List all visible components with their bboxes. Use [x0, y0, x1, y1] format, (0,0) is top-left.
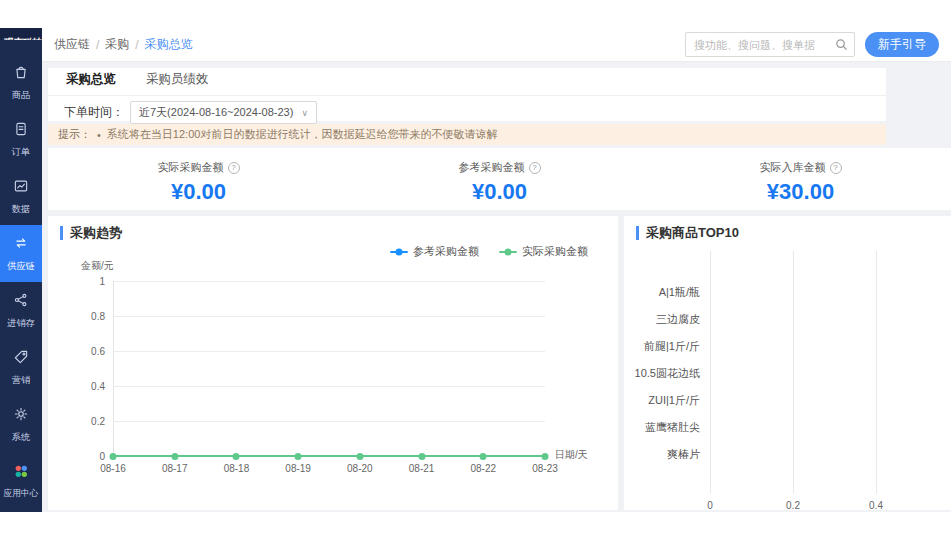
notice-text: 系统将在当日12:00对前日的数据进行统计，因数据延迟给您带来的不便敬请谅解 — [107, 127, 498, 142]
y-tick-label: 0 — [99, 451, 105, 462]
trend-plot-area: 00.20.40.60.81金额/元日期/天08-1608-1708-1808-… — [113, 281, 545, 456]
y-axis-line — [113, 281, 114, 456]
sidebar-item-inventory[interactable]: 进销存 — [0, 282, 42, 339]
x-tick-label: 0.2 — [786, 500, 800, 510]
category-label: 爽椿片 — [624, 447, 700, 462]
tabs-panel: 采购总览 采购员绩效 下单时间： 近7天(2024-08-16~2024-08-… — [48, 68, 886, 121]
metric-value: ¥0.00 — [349, 179, 650, 205]
legend-label: 实际采购金额 — [522, 244, 588, 259]
sidebar-item-label: 订单 — [12, 146, 30, 159]
category-label: A|1瓶/瓶 — [624, 285, 700, 300]
chart-title: 采购趋势 — [60, 226, 122, 240]
purchase-trend-card: 采购趋势 参考采购金额实际采购金额 00.20.40.60.81金额/元日期/天… — [48, 216, 618, 510]
sidebar: 观麦科技 商品 订单 数据 供应链 进销存 — [0, 28, 42, 512]
sidebar-item-label: 数据 — [12, 203, 30, 216]
breadcrumb-current: 采购总览 — [145, 36, 193, 53]
y-tick-label: 1 — [99, 276, 105, 287]
help-icon[interactable]: ? — [228, 162, 240, 174]
x-tick-label: 0.4 — [869, 500, 883, 510]
category-label: 10.5圆花边纸 — [624, 366, 700, 381]
legend-marker — [499, 251, 517, 253]
sidebar-item-app-center[interactable]: 应用中心 — [0, 453, 42, 512]
top10-products-card: 采购商品TOP10 00.20.4A|1瓶/瓶三边腐皮前腿|1斤/斤10.5圆花… — [624, 216, 951, 510]
breadcrumb-separator: / — [135, 38, 138, 52]
notice-bar: 提示： • 系统将在当日12:00对前日的数据进行统计，因数据延迟给您带来的不便… — [48, 124, 886, 145]
search-input[interactable] — [685, 32, 855, 57]
sidebar-item-goods[interactable]: 商品 — [0, 54, 42, 111]
app-center-icon — [13, 463, 29, 483]
order-time-label: 下单时间： — [64, 104, 124, 121]
legend-dot — [505, 248, 512, 255]
gridline — [793, 251, 794, 494]
tab-purchaser-performance[interactable]: 采购员绩效 — [144, 71, 211, 95]
gridline — [113, 281, 545, 282]
metric-actual-inbound: 实际入库金额 ? ¥30.00 — [650, 148, 951, 210]
gridline — [113, 351, 545, 352]
legend-item[interactable]: 参考采购金额 — [390, 244, 479, 259]
chart-legend: 参考采购金额实际采购金额 — [390, 244, 588, 259]
date-range-select[interactable]: 近7天(2024-08-16~2024-08-23) ∨ — [130, 101, 317, 124]
sidebar-item-label: 系统 — [12, 431, 30, 444]
data-point — [418, 453, 425, 460]
legend-item[interactable]: 实际采购金额 — [499, 244, 588, 259]
breadcrumb-separator: / — [96, 38, 99, 52]
sidebar-item-label: 营销 — [12, 374, 30, 387]
date-range-value: 近7天(2024-08-16~2024-08-23) — [139, 105, 293, 120]
system-icon — [12, 405, 30, 427]
sidebar-item-system[interactable]: 系统 — [0, 396, 42, 453]
breadcrumb-purchase[interactable]: 采购 — [105, 36, 129, 53]
data-point — [480, 453, 487, 460]
x-tick-label: 08-23 — [532, 463, 558, 474]
help-icon[interactable]: ? — [830, 162, 842, 174]
goods-icon — [12, 63, 30, 85]
legend-marker — [390, 251, 408, 253]
app-logo: 观麦科技 — [0, 28, 42, 40]
x-tick-label: 08-18 — [224, 463, 250, 474]
metrics-band: 实际采购金额 ? ¥0.00 参考采购金额 ? ¥0.00 实际入库金额 ? ¥… — [48, 148, 951, 210]
search-icon[interactable] — [834, 37, 849, 52]
sidebar-item-supply-chain[interactable]: 供应链 — [0, 225, 42, 282]
chevron-down-icon: ∨ — [301, 108, 308, 118]
data-icon — [12, 177, 30, 199]
gridline — [113, 421, 545, 422]
gridline — [113, 386, 545, 387]
sidebar-item-data[interactable]: 数据 — [0, 168, 42, 225]
marketing-icon — [12, 348, 30, 370]
charts-row: 采购趋势 参考采购金额实际采购金额 00.20.40.60.81金额/元日期/天… — [48, 216, 951, 510]
sidebar-item-marketing[interactable]: 营销 — [0, 339, 42, 396]
category-label: 前腿|1斤/斤 — [624, 339, 700, 354]
inventory-icon — [12, 291, 30, 313]
category-label: 三边腐皮 — [624, 312, 700, 327]
help-icon[interactable]: ? — [529, 162, 541, 174]
header-right: 新手引导 — [685, 32, 939, 57]
y-tick-label: 0.2 — [91, 416, 105, 427]
data-point — [356, 453, 363, 460]
x-tick-label: 08-19 — [285, 463, 311, 474]
sidebar-item-orders[interactable]: 订单 — [0, 111, 42, 168]
filter-row: 下单时间： 近7天(2024-08-16~2024-08-23) ∨ — [48, 96, 886, 124]
metric-value: ¥0.00 — [48, 179, 349, 205]
category-label: 蓝鹰猪肚尖 — [624, 420, 700, 435]
notice-prefix: 提示： — [58, 127, 91, 142]
tab-purchase-overview[interactable]: 采购总览 — [64, 71, 118, 95]
x-tick-label: 0 — [707, 500, 713, 510]
search-box — [685, 32, 855, 57]
gridline — [113, 316, 545, 317]
data-point — [110, 453, 117, 460]
data-point — [295, 453, 302, 460]
sidebar-item-label: 进销存 — [7, 317, 35, 330]
y-tick-label: 0.8 — [91, 311, 105, 322]
newbie-guide-button[interactable]: 新手引导 — [865, 32, 939, 57]
breadcrumb: 供应链 / 采购 / 采购总览 — [54, 36, 193, 53]
page: 观麦科技 商品 订单 数据 供应链 进销存 — [0, 0, 951, 551]
header: 供应链 / 采购 / 采购总览 新手引导 — [42, 28, 951, 62]
sidebar-item-label: 供应链 — [7, 260, 35, 273]
top10-plot-area: 00.20.4A|1瓶/瓶三边腐皮前腿|1斤/斤10.5圆花边纸ZUI|1斤/斤… — [624, 251, 951, 510]
x-tick-label: 08-21 — [409, 463, 435, 474]
y-tick-label: 0.4 — [91, 381, 105, 392]
data-point — [542, 453, 549, 460]
metric-label: 实际采购金额 ? — [158, 160, 240, 175]
metric-reference-purchase: 参考采购金额 ? ¥0.00 — [349, 148, 650, 210]
metric-label: 实际入库金额 ? — [760, 160, 842, 175]
breadcrumb-supply-chain[interactable]: 供应链 — [54, 36, 90, 53]
